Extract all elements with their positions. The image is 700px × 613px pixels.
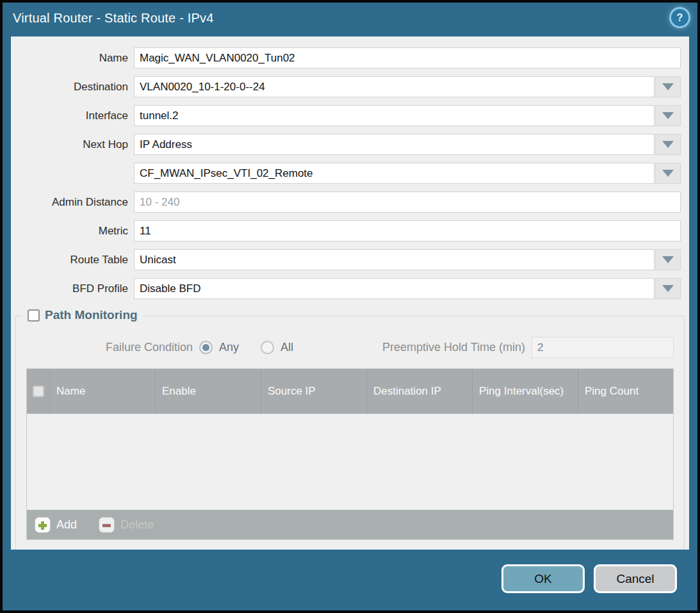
add-plus-icon [35, 517, 51, 533]
destination-dropdown-button[interactable] [655, 76, 681, 97]
add-button-label: Add [56, 518, 77, 532]
radio-any-icon [199, 341, 213, 354]
chevron-down-icon [662, 112, 674, 119]
dialog-titlebar: Virtual Router - Static Route - IPv4 ? [3, 3, 697, 34]
admin-distance-row: Admin Distance [11, 192, 681, 213]
admin-distance-label: Admin Distance [11, 192, 134, 213]
next-hop-type-input[interactable] [134, 134, 655, 155]
bfd-profile-label: BFD Profile [11, 278, 134, 299]
interface-dropdown-button[interactable] [655, 105, 681, 126]
preemptive-hold-time-group: Preemptive Hold Time (min) [382, 337, 674, 358]
radio-any-label: Any [219, 341, 239, 354]
dialog-content: Name Destination Interface [11, 37, 689, 550]
interface-row: Interface [11, 105, 681, 126]
admin-distance-input[interactable] [134, 192, 681, 213]
route-table-row: Route Table [11, 249, 681, 270]
table-body-empty [27, 414, 673, 510]
destination-row: Destination [11, 76, 681, 97]
radio-all-label: All [281, 341, 293, 354]
table-header-checkbox-cell [27, 369, 50, 414]
table-toolbar: Add Delete [27, 510, 673, 539]
failure-condition-all-option[interactable]: All [261, 341, 293, 354]
help-icon[interactable]: ? [671, 9, 688, 26]
ok-button[interactable]: OK [501, 564, 585, 593]
next-hop-type-dropdown-button[interactable] [655, 134, 681, 155]
destination-input[interactable] [134, 76, 655, 97]
destination-label: Destination [11, 76, 134, 97]
table-header: Name Enable Source IP Destination IP Pin… [27, 369, 673, 414]
chevron-down-icon [662, 141, 674, 148]
add-button[interactable]: Add [35, 517, 77, 533]
interface-label: Interface [11, 105, 134, 126]
metric-input[interactable] [134, 220, 681, 241]
interface-input[interactable] [134, 105, 655, 126]
path-monitoring-section: Path Monitoring Failure Condition Any Al… [15, 316, 685, 550]
next-hop-row: Next Hop [11, 134, 681, 155]
bfd-profile-dropdown-button[interactable] [655, 278, 681, 299]
name-label: Name [11, 47, 134, 69]
route-table-input[interactable] [134, 249, 655, 270]
failure-condition-row: Failure Condition Any All Preemptive Hol… [26, 337, 674, 358]
metric-label: Metric [11, 220, 134, 241]
next-hop-address-row [11, 163, 681, 184]
column-header-enable[interactable]: Enable [156, 369, 261, 414]
column-header-destination-ip[interactable]: Destination IP [367, 369, 473, 414]
dialog-title: Virtual Router - Static Route - IPv4 [13, 11, 214, 26]
chevron-down-icon [662, 256, 674, 263]
help-icon-glyph: ? [677, 12, 683, 24]
failure-condition-radio-group: Any All [199, 341, 293, 354]
chevron-down-icon [662, 285, 674, 292]
name-row: Name [11, 47, 681, 69]
metric-row: Metric [11, 220, 681, 241]
chevron-down-icon [662, 83, 674, 90]
delete-button-label: Delete [120, 518, 154, 532]
cancel-button[interactable]: Cancel [594, 564, 677, 593]
path-monitoring-table: Name Enable Source IP Destination IP Pin… [26, 368, 674, 540]
static-route-dialog: Virtual Router - Static Route - IPv4 ? N… [0, 0, 700, 613]
path-monitoring-legend: Path Monitoring [22, 308, 143, 322]
select-all-checkbox[interactable] [33, 386, 44, 397]
column-header-ping-interval[interactable]: Ping Interval(sec) [473, 369, 578, 414]
path-monitoring-title: Path Monitoring [45, 308, 138, 322]
route-table-dropdown-button[interactable] [655, 249, 681, 270]
next-hop-address-dropdown-button[interactable] [655, 163, 681, 184]
delete-button[interactable]: Delete [99, 517, 154, 533]
bfd-profile-input[interactable] [134, 278, 655, 299]
delete-minus-icon [99, 517, 115, 533]
radio-all-icon [261, 341, 274, 354]
column-header-name[interactable]: Name [50, 369, 156, 414]
preemptive-hold-time-label: Preemptive Hold Time (min) [382, 341, 532, 354]
path-monitoring-checkbox[interactable] [28, 309, 40, 322]
route-table-label: Route Table [11, 249, 134, 270]
name-input[interactable] [134, 47, 681, 69]
chevron-down-icon [662, 170, 674, 177]
next-hop-address-input[interactable] [134, 163, 655, 184]
column-header-source-ip[interactable]: Source IP [261, 369, 367, 414]
preemptive-hold-time-input[interactable] [532, 337, 674, 358]
failure-condition-label: Failure Condition [26, 341, 199, 354]
column-header-ping-count[interactable]: Ping Count [578, 369, 673, 414]
next-hop-label: Next Hop [11, 134, 134, 155]
bfd-profile-row: BFD Profile [11, 278, 681, 299]
dialog-footer: OK Cancel [501, 564, 677, 593]
failure-condition-any-option[interactable]: Any [199, 341, 239, 354]
